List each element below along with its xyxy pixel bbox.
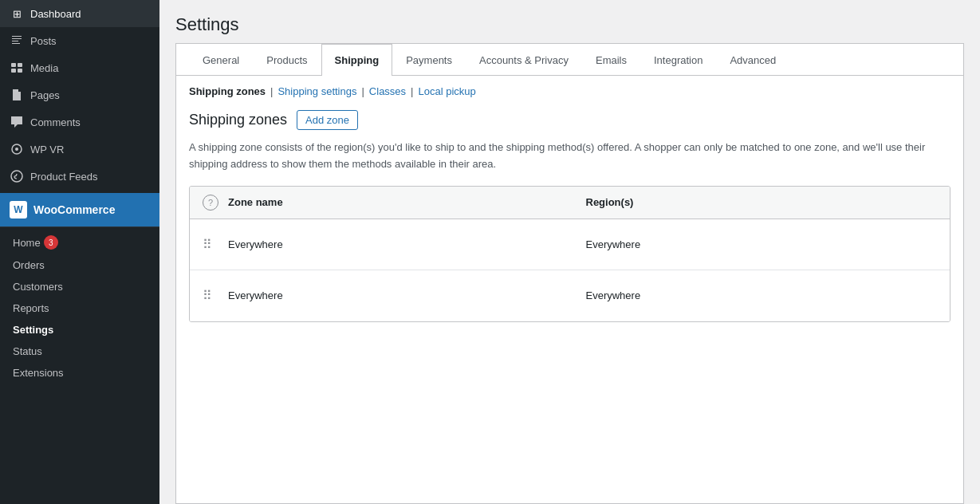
table-row: ⠿ Everywhere Everywhere xyxy=(190,219,950,270)
sidebar-item-media[interactable]: Media xyxy=(0,54,159,81)
product-feeds-icon xyxy=(10,169,24,183)
drag-handle-1[interactable]: ⠿ xyxy=(203,237,222,252)
sub-nav-classes[interactable]: Classes xyxy=(369,85,406,97)
settings-content-area: General Products Shipping Payments Accou… xyxy=(175,43,964,504)
sidebar-item-comments[interactable]: Comments xyxy=(0,108,159,136)
sub-nav-local-pickup[interactable]: Local pickup xyxy=(419,85,476,97)
tab-shipping[interactable]: Shipping xyxy=(321,44,393,76)
posts-icon xyxy=(10,33,24,48)
shipping-zones-description: A shipping zone consists of the region(s… xyxy=(189,140,950,173)
drag-handle-2[interactable]: ⠿ xyxy=(203,288,222,303)
svg-rect-3 xyxy=(18,69,22,73)
svg-point-5 xyxy=(15,148,18,151)
sidebar-item-wp-vr[interactable]: WP VR xyxy=(0,136,159,163)
tab-integration[interactable]: Integration xyxy=(640,44,716,76)
sidebar-sub-item-settings[interactable]: Settings xyxy=(0,319,159,341)
wp-vr-icon xyxy=(10,142,24,156)
sidebar-item-product-feeds[interactable]: Product Feeds xyxy=(0,163,159,190)
sub-nav-shipping-zones[interactable]: Shipping zones xyxy=(189,85,266,97)
sidebar-item-pages[interactable]: Pages xyxy=(0,81,159,108)
svg-rect-2 xyxy=(11,69,16,73)
region-1: Everywhere xyxy=(586,238,938,250)
zones-table: ? Zone name Region(s) ⠿ Everywhere Every… xyxy=(189,186,950,322)
svg-point-6 xyxy=(11,171,22,182)
col-regions: Region(s) xyxy=(586,196,938,208)
sidebar-sub-item-customers[interactable]: Customers xyxy=(0,276,159,297)
sidebar-sub-item-orders[interactable]: Orders xyxy=(0,254,159,276)
help-icon[interactable]: ? xyxy=(203,195,218,211)
home-badge: 3 xyxy=(44,235,58,250)
sidebar-item-dashboard[interactable]: ⊞ Dashboard xyxy=(0,0,159,27)
shipping-sub-nav: Shipping zones | Shipping settings | Cla… xyxy=(176,76,963,97)
main-content: Settings General Products Shipping Payme… xyxy=(159,0,980,504)
tab-advanced[interactable]: Advanced xyxy=(716,44,789,76)
sidebar-sub-item-status[interactable]: Status xyxy=(0,341,159,362)
comments-icon xyxy=(10,115,24,129)
sidebar-item-posts[interactable]: Posts xyxy=(0,27,159,54)
zone-name-2: Everywhere xyxy=(228,289,580,301)
sub-nav-shipping-settings[interactable]: Shipping settings xyxy=(277,85,356,97)
tab-emails[interactable]: Emails xyxy=(582,44,640,76)
svg-rect-0 xyxy=(11,63,16,67)
tab-products[interactable]: Products xyxy=(253,44,321,76)
table-header-row: ? Zone name Region(s) xyxy=(190,187,950,219)
page-title: Settings xyxy=(175,14,964,35)
region-2: Everywhere xyxy=(586,289,938,301)
settings-tabs: General Products Shipping Payments Accou… xyxy=(176,44,963,76)
sidebar: ⊞ Dashboard Posts Media Pages Comments W… xyxy=(0,0,159,504)
section-heading: Shipping zones xyxy=(189,112,287,128)
shipping-zones-section: Shipping zones Add zone A shipping zone … xyxy=(176,97,963,335)
sidebar-sub-item-reports[interactable]: Reports xyxy=(0,297,159,319)
svg-rect-1 xyxy=(18,63,22,67)
woocommerce-header[interactable]: W WooCommerce xyxy=(0,193,159,226)
dashboard-icon: ⊞ xyxy=(10,6,24,21)
page-title-bar: Settings xyxy=(159,0,980,43)
tab-payments[interactable]: Payments xyxy=(392,44,466,76)
sidebar-sub-item-extensions[interactable]: Extensions xyxy=(0,362,159,384)
pages-icon xyxy=(10,88,24,102)
table-row: ⠿ Everywhere Everywhere xyxy=(190,270,950,321)
section-header: Shipping zones Add zone xyxy=(189,110,950,130)
tab-accounts-privacy[interactable]: Accounts & Privacy xyxy=(466,44,582,76)
tab-general[interactable]: General xyxy=(189,44,253,76)
woocommerce-submenu: Home 3 Orders Customers Reports Settings… xyxy=(0,226,159,387)
add-zone-button[interactable]: Add zone xyxy=(297,110,358,130)
sidebar-sub-item-home[interactable]: Home 3 xyxy=(0,230,159,254)
woocommerce-icon: W xyxy=(10,201,27,219)
zone-name-1: Everywhere xyxy=(228,238,580,250)
col-zone-name: Zone name xyxy=(228,196,580,208)
media-icon xyxy=(10,61,24,75)
